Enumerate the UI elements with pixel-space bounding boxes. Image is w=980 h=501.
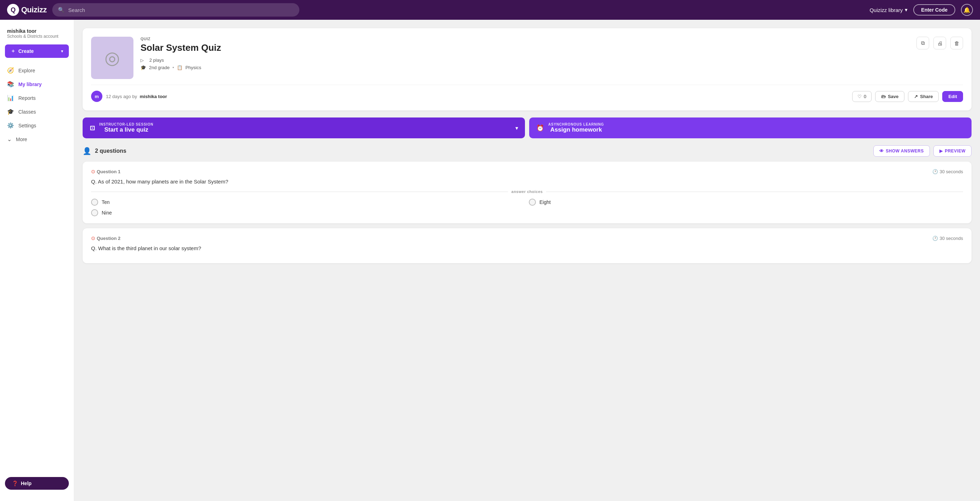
quiz-stats: ▷ 2 plays [140,57,221,63]
save-icon: 🗁 [881,94,886,99]
play-icon: ▶ [939,149,943,154]
question-card-2: ⊙ Question 2 🕐 30 seconds Q. What is the… [83,228,972,263]
grade-icon: 🎓 [140,65,146,70]
author-info: 12 days ago by mishika toor [106,94,167,99]
quiz-card: ◎ QUIZ Solar System Quiz ▷ 2 plays 🎓 [83,28,972,111]
user-sub: Schools & Districts account [7,34,67,39]
radio-circle [91,209,98,216]
edit-label: Edit [948,94,957,99]
quiz-tags: 🎓 2nd grade • 📋 Physics [140,65,221,70]
explore-icon: 🧭 [7,67,14,74]
search-icon: 🔍 [58,7,65,13]
help-icon: ❓ [12,480,18,486]
question-top: ⊙ Question 2 🕐 30 seconds [91,235,963,241]
sidebar-item-label: Reports [18,95,36,101]
search-bar[interactable]: 🔍 [52,3,299,17]
async-session-type: ASYNCHRONOUS LEARNING [548,122,604,126]
notification-bell-icon[interactable]: 🔔 [961,4,973,16]
create-button[interactable]: ＋ Create ▾ [5,44,69,58]
eye-icon: 👁 [880,149,884,154]
live-session-icon: ⊡ [90,124,95,132]
chevron-down-icon: ▾ [515,125,518,131]
live-session-type: INSTRUCTOR-LED SESSION [99,122,154,126]
reports-icon: 📊 [7,95,14,101]
radio-circle [91,199,98,206]
question-label: Question 1 [97,169,120,174]
edit-button[interactable]: Edit [942,91,963,102]
sidebar-item-label: My library [18,81,41,87]
question-text: Q. What is the third planet in our solar… [91,245,963,251]
answer-choices: Ten Eight Nine [91,199,963,216]
likes-number: 0 [864,94,866,99]
save-label: Save [888,94,899,99]
quiz-action-icons: ⧉ 🖨 🗑 [916,37,963,49]
save-button[interactable]: 🗁 Save [875,91,904,102]
timer-value: 30 seconds [940,169,963,174]
sidebar-item-reports[interactable]: 📊 Reports [0,91,74,105]
author-time: 12 days ago by [106,94,137,99]
sidebar-item-settings[interactable]: ⚙️ Settings [0,119,74,132]
quiz-grade: 2nd grade [149,65,170,70]
author-name: mishika toor [140,94,167,99]
question-timer: 🕐 30 seconds [932,236,963,241]
logo: Q Quizizz [7,4,46,16]
search-input[interactable] [68,7,294,13]
answer-divider: answer choices [91,189,963,194]
answer-text: Ten [102,199,110,205]
plays-count: 2 plays [150,57,164,63]
likes-count[interactable]: ♡ 0 [852,91,872,102]
print-button[interactable]: 🖨 [934,37,946,49]
user-name: mishika toor [7,28,67,34]
quiz-type-label: QUIZ [140,37,221,41]
logo-icon: Q [7,4,19,16]
sidebar-item-my-library[interactable]: 📚 My library [0,77,74,91]
preview-button[interactable]: ▶ PREVIEW [934,145,972,157]
library-button[interactable]: Quizizz library ▾ [870,7,908,13]
chevron-down-icon: ⌄ [7,136,12,143]
assign-homework-button[interactable]: ⏰ ASYNCHRONOUS LEARNING Assign homework [529,117,972,138]
library-icon: 📚 [7,81,14,87]
delete-button[interactable]: 🗑 [950,37,963,49]
duplicate-button[interactable]: ⧉ [916,37,929,49]
sidebar-item-explore[interactable]: 🧭 Explore [0,63,74,77]
help-button[interactable]: ❓ Help [5,477,69,490]
answer-option-nine: Nine [91,209,525,216]
plus-icon: ＋ [11,48,16,54]
avatar: m [91,91,102,102]
show-answers-button[interactable]: 👁 SHOW ANSWERS [873,145,930,157]
quiz-thumb-icon: ◎ [105,48,120,68]
async-session-info: ASYNCHRONOUS LEARNING Assign homework [548,122,604,133]
timer-value: 30 seconds [940,236,963,241]
question-type-icon: ⊙ [91,235,95,241]
questions-count: 2 questions [95,148,126,154]
quiz-header: ◎ QUIZ Solar System Quiz ▷ 2 plays 🎓 [91,37,963,79]
sidebar-item-classes[interactable]: 🎓 Classes [0,105,74,119]
question-type-icon: ⊙ [91,169,95,174]
sidebar: mishika toor Schools & Districts account… [0,20,74,501]
question-text: Q. As of 2021, how many planets are in t… [91,179,963,184]
live-session-info: INSTRUCTOR-LED SESSION Start a live quiz [99,122,154,133]
start-live-quiz-button[interactable]: ⊡ INSTRUCTOR-LED SESSION Start a live qu… [83,117,525,138]
header: Q Quizizz 🔍 Quizizz library ▾ Enter Code… [0,0,980,20]
clock-icon: 🕐 [932,236,938,241]
answer-option-eight: Eight [529,199,963,206]
user-info: mishika toor Schools & Districts account [0,25,74,44]
answer-text: Nine [102,210,112,216]
main-content: ◎ QUIZ Solar System Quiz ▷ 2 plays 🎓 [74,20,980,501]
share-button[interactable]: ↗ Share [908,91,939,102]
questions-actions: 👁 SHOW ANSWERS ▶ PREVIEW [873,145,972,157]
preview-label: PREVIEW [945,149,966,154]
help-label: Help [21,480,32,486]
sidebar-item-more[interactable]: ⌄ More [0,132,74,146]
answer-divider-label: answer choices [512,189,543,194]
library-label: Quizizz library [870,7,903,13]
question-card-1: ⊙ Question 1 🕐 30 seconds Q. As of 2021,… [83,162,972,224]
chevron-down-icon: ▾ [61,49,63,54]
settings-icon: ⚙️ [7,122,14,129]
quiz-bottom: m 12 days ago by mishika toor ♡ 0 🗁 Save [91,85,963,102]
enter-code-button[interactable]: Enter Code [913,4,955,16]
sidebar-item-label: More [16,136,27,142]
subject-icon: 📋 [177,65,183,70]
quiz-title: Solar System Quiz [140,42,221,53]
bottom-actions: ♡ 0 🗁 Save ↗ Share Edit [852,91,963,102]
